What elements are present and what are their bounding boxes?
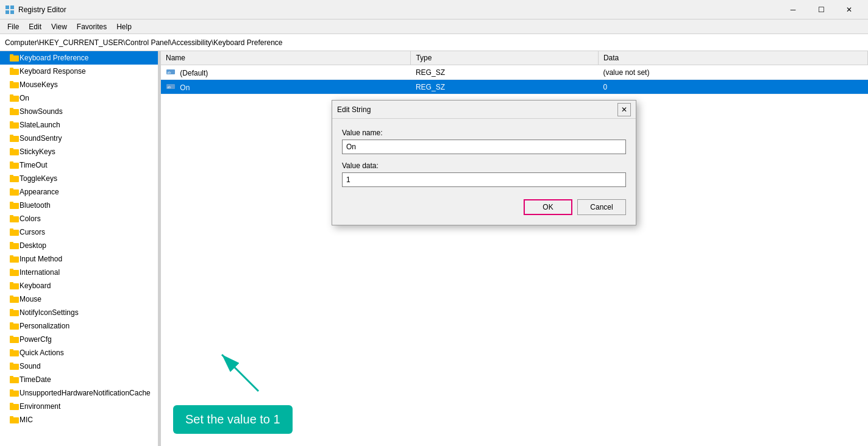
ok-button[interactable]: OK (524, 199, 572, 215)
tree-item-timedate[interactable]: TimeDate (0, 373, 158, 386)
folder-icon (10, 375, 20, 384)
svg-rect-4 (10, 55, 19, 62)
dialog-body: Value name: Value data: OK Cancel (332, 119, 636, 225)
app-icon (5, 5, 15, 15)
tree-item-cursors[interactable]: Cursors (0, 225, 158, 239)
svg-rect-5 (10, 54, 13, 56)
cancel-button[interactable]: Cancel (577, 199, 626, 215)
tree-item-notifyiconsettings[interactable]: NotifyIconSettings (0, 306, 158, 319)
svg-rect-2 (5, 10, 9, 14)
dialog-buttons: OK Cancel (342, 199, 626, 215)
folder-icon (10, 402, 20, 411)
value-name-input[interactable] (342, 140, 626, 154)
menu-favorites[interactable]: Favorites (72, 21, 112, 32)
menu-help[interactable]: Help (112, 21, 137, 32)
folder-icon (10, 416, 20, 424)
tree-item-appearance[interactable]: Appearance (0, 185, 158, 199)
svg-rect-14 (10, 122, 19, 129)
svg-rect-25 (10, 188, 13, 190)
svg-rect-53 (10, 376, 13, 378)
value-data-label: Value data: (342, 161, 626, 170)
folder-icon (10, 214, 20, 223)
svg-rect-39 (10, 282, 13, 284)
tree-item-keyboard[interactable]: Keyboard (0, 279, 158, 292)
close-button[interactable]: ✕ (835, 0, 863, 19)
svg-rect-17 (10, 135, 13, 136)
tree-item-mouse[interactable]: Mouse (0, 292, 158, 306)
tree-item-stickykeys[interactable]: StickyKeys (0, 145, 158, 158)
svg-rect-30 (10, 230, 19, 236)
svg-rect-41 (10, 296, 13, 297)
folder-icon (10, 322, 20, 330)
folder-icon (10, 255, 20, 263)
tree-item-slatelaunch[interactable]: SlateLaunch (0, 118, 158, 132)
tree-item-on[interactable]: On (0, 91, 158, 105)
tree-item-international[interactable]: International (0, 266, 158, 279)
edit-string-dialog: Edit String ✕ Value name: Value data: OK… (332, 100, 636, 225)
tree-item-soundsentry[interactable]: SoundSentry (0, 132, 158, 145)
tree-item-powercfg[interactable]: PowerCfg (0, 333, 158, 346)
dialog-close-button[interactable]: ✕ (617, 103, 631, 116)
menu-view[interactable]: View (46, 21, 72, 32)
annotation-bubble: Set the value to 1 (173, 405, 293, 434)
folder-icon (10, 121, 20, 129)
folder-icon (10, 161, 20, 169)
folder-icon (10, 295, 20, 303)
folder-icon (10, 188, 20, 196)
tree-item-mic[interactable]: MIC (0, 413, 158, 427)
svg-rect-26 (10, 203, 19, 209)
tree-panel[interactable]: Keyboard Preference Keyboard Response Mo… (0, 51, 158, 446)
minimize-button[interactable]: ─ (779, 0, 807, 19)
main-content: Keyboard Preference Keyboard Response Mo… (0, 51, 868, 446)
svg-rect-15 (10, 121, 13, 123)
svg-rect-40 (10, 297, 19, 303)
svg-rect-21 (10, 161, 13, 163)
svg-rect-24 (10, 189, 19, 196)
window-controls: ─ ☐ ✕ (779, 0, 863, 19)
svg-rect-6 (10, 69, 19, 75)
folder-icon (10, 349, 20, 357)
tree-item-showsounds[interactable]: ShowSounds (0, 105, 158, 118)
svg-rect-3 (10, 10, 14, 14)
tree-item-sound[interactable]: Sound (0, 359, 158, 373)
tree-item-bluetooth[interactable]: Bluetooth (0, 199, 158, 212)
svg-rect-23 (10, 175, 13, 177)
svg-rect-45 (10, 322, 13, 324)
tree-item-environment[interactable]: Environment (0, 400, 158, 413)
folder-icon (10, 308, 20, 317)
tree-item-keyboard-preference[interactable]: Keyboard Preference (0, 51, 158, 65)
svg-rect-51 (10, 363, 13, 364)
tree-item-keyboard-response[interactable]: Keyboard Response (0, 65, 158, 78)
svg-rect-55 (10, 389, 13, 391)
tree-item-colors[interactable]: Colors (0, 212, 158, 225)
tree-item-unsupported[interactable]: UnsupportedHardwareNotificationCache (0, 386, 158, 400)
tree-item-input-method[interactable]: Input Method (0, 252, 158, 266)
tree-item-timeout[interactable]: TimeOut (0, 158, 158, 172)
svg-rect-49 (10, 349, 13, 351)
svg-rect-35 (10, 255, 13, 257)
svg-rect-9 (10, 81, 13, 83)
menu-edit[interactable]: Edit (24, 21, 46, 32)
folder-icon (10, 241, 20, 250)
folder-icon (10, 80, 20, 89)
folder-icon (10, 94, 20, 102)
folder-icon (10, 228, 20, 236)
tree-item-personalization[interactable]: Personalization (0, 319, 158, 333)
dialog-title: Edit String (337, 105, 617, 114)
tree-item-togglekeys[interactable]: ToggleKeys (0, 172, 158, 185)
folder-icon (10, 54, 20, 62)
tree-item-mousekeys[interactable]: MouseKeys (0, 78, 158, 91)
svg-rect-19 (10, 148, 13, 150)
folder-icon (10, 147, 20, 156)
tree-item-quick-actions[interactable]: Quick Actions (0, 346, 158, 359)
svg-rect-1 (10, 5, 14, 9)
svg-rect-13 (10, 108, 13, 110)
maximize-button[interactable]: ☐ (807, 0, 835, 19)
folder-icon (10, 174, 20, 183)
values-panel: Name Type Data ab (Default) REG_SZ (valu… (161, 51, 868, 446)
svg-rect-28 (10, 216, 19, 222)
tree-item-desktop[interactable]: Desktop (0, 239, 158, 252)
folder-icon (10, 67, 20, 76)
value-data-input[interactable] (342, 172, 626, 187)
menu-file[interactable]: File (2, 21, 24, 32)
